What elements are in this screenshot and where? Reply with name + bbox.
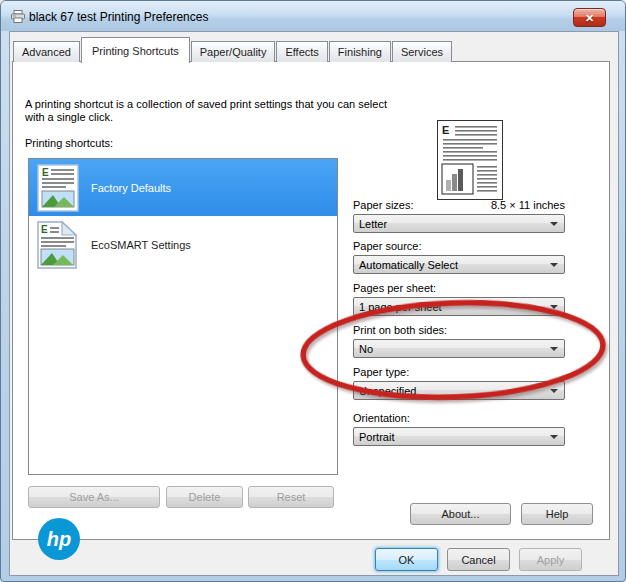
list-item-label: Factory Defaults: [91, 182, 171, 194]
field-paper-type: Paper type: Unspecified: [353, 366, 565, 400]
tab-page: A printing shortcut is a collection of s…: [12, 61, 610, 540]
dropdown-arrow-icon: [550, 305, 558, 309]
print-on-both-sides-value: No: [359, 343, 373, 355]
orientation-select[interactable]: Portrait: [353, 427, 565, 446]
tab-finishing[interactable]: Finishing: [329, 41, 391, 62]
orientation-value: Portrait: [359, 431, 394, 443]
delete-button[interactable]: Delete: [166, 486, 243, 508]
dropdown-arrow-icon: [550, 263, 558, 267]
paper-sizes-select[interactable]: Letter: [353, 214, 565, 233]
reset-button[interactable]: Reset: [248, 486, 334, 508]
orientation-label: Orientation:: [353, 412, 410, 426]
field-pages-per-sheet: Pages per sheet: 1 page per sheet: [353, 282, 565, 316]
close-icon: ✕: [585, 12, 594, 24]
dialog-client-area: Advanced Printing Shortcuts Paper/Qualit…: [9, 31, 619, 576]
svg-text:E: E: [442, 124, 449, 136]
hp-logo: hp: [38, 518, 80, 560]
field-paper-source: Paper source: Automatically Select: [353, 240, 565, 274]
tab-effects[interactable]: Effects: [276, 41, 327, 62]
window-title: black 67 test Printing Preferences: [29, 10, 208, 24]
document-folded-image-icon: E: [37, 221, 79, 269]
field-print-on-both-sides: Print on both sides: No: [353, 324, 565, 358]
tab-strip: Advanced Printing Shortcuts Paper/Qualit…: [13, 36, 453, 62]
list-item-factory-defaults[interactable]: E Factory Defaults: [29, 159, 337, 216]
print-on-both-sides-label: Print on both sides:: [353, 324, 447, 338]
paper-source-value: Automatically Select: [359, 259, 458, 271]
field-orientation: Orientation: Portrait: [353, 412, 565, 446]
dropdown-arrow-icon: [550, 222, 558, 226]
document-image-icon: E: [37, 164, 79, 212]
intro-text: A printing shortcut is a collection of s…: [25, 98, 387, 124]
pages-per-sheet-label: Pages per sheet:: [353, 282, 436, 296]
paper-source-select[interactable]: Automatically Select: [353, 255, 565, 274]
paper-type-select[interactable]: Unspecified: [353, 381, 565, 400]
tab-paper-quality[interactable]: Paper/Quality: [191, 41, 276, 62]
svg-text:E: E: [41, 224, 48, 235]
tab-printing-shortcuts[interactable]: Printing Shortcuts: [81, 37, 190, 63]
dropdown-arrow-icon: [550, 435, 558, 439]
svg-text:E: E: [42, 167, 49, 178]
about-button[interactable]: About...: [410, 503, 511, 525]
ok-button[interactable]: OK: [375, 548, 438, 571]
paper-source-label: Paper source:: [353, 240, 421, 254]
titlebar: black 67 test Printing Preferences ✕: [1, 1, 625, 31]
close-button[interactable]: ✕: [573, 8, 606, 27]
pages-per-sheet-select[interactable]: 1 page per sheet: [353, 297, 565, 316]
cancel-button[interactable]: Cancel: [447, 548, 510, 571]
printing-shortcuts-list: E Factory Defaults E: [28, 158, 338, 475]
field-paper-sizes: Paper sizes: 8.5 × 11 inches Letter: [353, 199, 565, 233]
dropdown-arrow-icon: [550, 389, 558, 393]
paper-type-label: Paper type:: [353, 366, 409, 380]
print-on-both-sides-select[interactable]: No: [353, 339, 565, 358]
help-button[interactable]: Help: [521, 503, 593, 525]
tab-services[interactable]: Services: [392, 41, 452, 62]
tab-advanced[interactable]: Advanced: [13, 41, 80, 62]
list-item-label: EcoSMART Settings: [91, 239, 191, 251]
paper-sizes-label: Paper sizes:: [353, 199, 414, 213]
paper-type-value: Unspecified: [359, 385, 416, 397]
dropdown-arrow-icon: [550, 347, 558, 351]
apply-button[interactable]: Apply: [519, 548, 582, 571]
list-item-ecosmart-settings[interactable]: E EcoSMART Settings: [29, 216, 337, 273]
printer-icon: [10, 9, 26, 25]
printing-preferences-window: black 67 test Printing Preferences ✕ Adv…: [0, 0, 626, 582]
printing-shortcuts-label: Printing shortcuts:: [25, 137, 113, 149]
pages-per-sheet-value: 1 page per sheet: [359, 301, 442, 313]
page-preview: E: [437, 120, 503, 200]
paper-size-dimensions: 8.5 × 11 inches: [491, 199, 565, 213]
save-as-button[interactable]: Save As...: [28, 486, 160, 508]
paper-sizes-value: Letter: [359, 218, 387, 230]
